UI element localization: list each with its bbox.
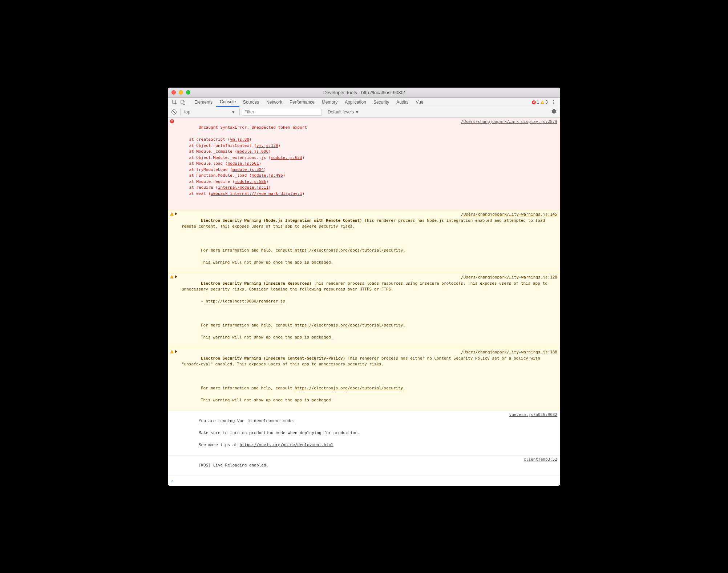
traffic-lights [168, 90, 190, 95]
chevron-down-icon: ▼ [355, 110, 361, 114]
stack-frame-suffix: ) [278, 143, 281, 148]
source-link[interactable]: /Users/changjoopark/…ity-warnings.js:188 [458, 349, 557, 356]
source-link[interactable]: /Users/changjoopark/…ity-warnings.js:145 [458, 212, 557, 218]
more-info-prefix: For more information and help, consult [201, 386, 295, 390]
separator [239, 109, 240, 115]
vue-deploy-link[interactable]: https://vuejs.org/guide/deployment.html [240, 442, 333, 447]
insecure-resource-link[interactable]: http://localhost:9080/renderer.js [206, 299, 285, 304]
security-docs-link[interactable]: https://electronjs.org/docs/tutorial/sec… [295, 248, 403, 253]
minimize-window-button[interactable] [179, 90, 183, 95]
security-docs-link[interactable]: https://electronjs.org/docs/tutorial/sec… [295, 386, 403, 390]
context-selector[interactable]: top ▼ [183, 109, 237, 115]
warning-count-badge[interactable]: 3 [541, 100, 549, 105]
log-levels-selector[interactable]: Default levels ▼ [326, 109, 361, 115]
warning-icon [170, 275, 174, 279]
stack-frame-prefix: at Module.load ( [179, 161, 227, 166]
error-text: Uncaught SyntaxError: Unexpected token e… [199, 125, 307, 130]
console-prompt[interactable]: › [168, 476, 560, 486]
warning-tail: This warning will not show up once the a… [201, 335, 333, 340]
console-warning-message[interactable]: /Users/changjoopark/…ity-warnings.js:145… [168, 210, 560, 273]
stack-frame-prefix: at Object.Module._extensions..js ( [179, 155, 271, 160]
stack-frame-suffix: ) [259, 161, 262, 166]
stack-frame: at createScript (vm.js:80) [179, 137, 557, 143]
tab-memory[interactable]: Memory [318, 98, 341, 107]
stack-frame-suffix: ) [302, 191, 305, 196]
tab-sources[interactable]: Sources [239, 98, 263, 107]
stack-frame-link[interactable]: internal/module.js:11 [218, 185, 268, 190]
levels-value: Default levels [326, 109, 355, 115]
stack-frame-suffix: ) [249, 137, 252, 142]
titlebar: Developer Tools - http://localhost:9080/ [168, 88, 560, 98]
console-output: ✕ /Users/changjoopark/…ark-display.js:28… [168, 117, 560, 486]
maximize-window-button[interactable] [186, 90, 190, 95]
stack-frame-link[interactable]: module.js:496 [252, 173, 283, 178]
device-toolbar-icon[interactable] [179, 98, 187, 107]
error-count: 1 [537, 100, 539, 105]
log-line: [WDS] Live Reloading enabled. [199, 463, 268, 468]
console-settings-icon[interactable] [551, 109, 558, 115]
stack-frame-prefix: at Function.Module._load ( [179, 173, 252, 178]
stack-frame-link[interactable]: module.js:606 [237, 149, 268, 154]
inspect-element-icon[interactable] [170, 98, 179, 107]
console-log-message[interactable]: vue.esm.js?a026:9082 You are running Vue… [168, 411, 560, 456]
console-warning-message[interactable]: /Users/changjoopark/…ity-warnings.js:128… [168, 273, 560, 348]
tab-elements[interactable]: Elements [191, 98, 216, 107]
log-line: You are running Vue in development mode. [199, 418, 295, 423]
expand-toggle-icon[interactable] [175, 275, 177, 278]
stack-frame-suffix: ) [268, 185, 271, 190]
stack-frame: at Module.load (module.js:561) [179, 161, 557, 167]
close-window-button[interactable] [171, 90, 176, 95]
console-log-message[interactable]: client?e0b3:52 [WDS] Live Reloading enab… [168, 456, 560, 476]
stack-frame: at Module._compile (module.js:606) [179, 149, 557, 155]
stack-frame-link[interactable]: vm.js:139 [256, 143, 278, 148]
more-info-prefix: For more information and help, consult [201, 248, 295, 253]
tab-application[interactable]: Application [341, 98, 370, 107]
stack-frame-link[interactable]: module.js:504 [232, 167, 264, 172]
stack-frame-prefix: at Module.require ( [179, 179, 235, 184]
error-icon: ✕ [170, 119, 174, 123]
source-link[interactable]: /Users/changjoopark/…ark-display.js:2879 [458, 119, 557, 125]
tab-security[interactable]: Security [370, 98, 393, 107]
expand-toggle-icon[interactable] [175, 350, 177, 353]
prompt-chevron-icon: › [171, 478, 173, 483]
source-link[interactable]: client?e0b3:52 [521, 457, 557, 463]
tab-audits[interactable]: Audits [393, 98, 412, 107]
filter-input[interactable] [242, 109, 322, 116]
source-link[interactable]: vue.esm.js?a026:9082 [506, 412, 557, 418]
svg-point-5 [553, 103, 554, 104]
resource-prefix: - [201, 299, 206, 304]
stack-frame-prefix: at require ( [179, 185, 218, 190]
clear-console-icon[interactable] [171, 109, 177, 115]
expand-toggle-icon[interactable] [175, 212, 177, 215]
security-docs-link[interactable]: https://electronjs.org/docs/tutorial/sec… [295, 323, 403, 328]
console-warning-message[interactable]: /Users/changjoopark/…ity-warnings.js:188… [168, 348, 560, 411]
stack-frame-link[interactable]: module.js:653 [271, 155, 302, 160]
stack-frame-suffix: ) [266, 179, 268, 184]
tab-vue[interactable]: Vue [412, 98, 427, 107]
kebab-menu-icon[interactable] [549, 98, 558, 107]
separator [180, 109, 181, 115]
stack-frame-link[interactable]: module.js:586 [235, 179, 266, 184]
svg-point-3 [553, 100, 554, 101]
tab-console[interactable]: Console [216, 98, 239, 107]
stack-frame-link[interactable]: webpack-internal:///vue-mark-display:1 [211, 191, 302, 196]
warning-icon [541, 100, 544, 104]
tab-network[interactable]: Network [263, 98, 286, 107]
svg-point-4 [553, 102, 554, 103]
source-link[interactable]: /Users/changjoopark/…ity-warnings.js:128 [458, 275, 557, 281]
stack-frame-link[interactable]: module.js:561 [227, 161, 259, 166]
error-icon: ✕ [532, 100, 536, 104]
error-count-badge[interactable]: ✕ 1 [532, 100, 541, 105]
tab-performance[interactable]: Performance [286, 98, 318, 107]
devtools-tabbar: ElementsConsoleSourcesNetworkPerformance… [168, 98, 560, 107]
stack-frame-suffix: ) [283, 173, 286, 178]
warning-title: Electron Security Warning (Insecure Cont… [201, 356, 345, 361]
stack-frame: at require (internal/module.js:11) [179, 185, 557, 191]
console-filterbar: top ▼ Default levels ▼ [168, 107, 560, 117]
window-title: Developer Tools - http://localhost:9080/ [168, 90, 560, 95]
stack-frame: at Module.require (module.js:586) [179, 179, 557, 185]
console-error-message[interactable]: ✕ /Users/changjoopark/…ark-display.js:28… [168, 117, 560, 211]
stack-frame-prefix: at Module._compile ( [179, 149, 237, 154]
stack-frame-suffix: ) [264, 167, 266, 172]
stack-frame-link[interactable]: vm.js:80 [230, 137, 249, 142]
